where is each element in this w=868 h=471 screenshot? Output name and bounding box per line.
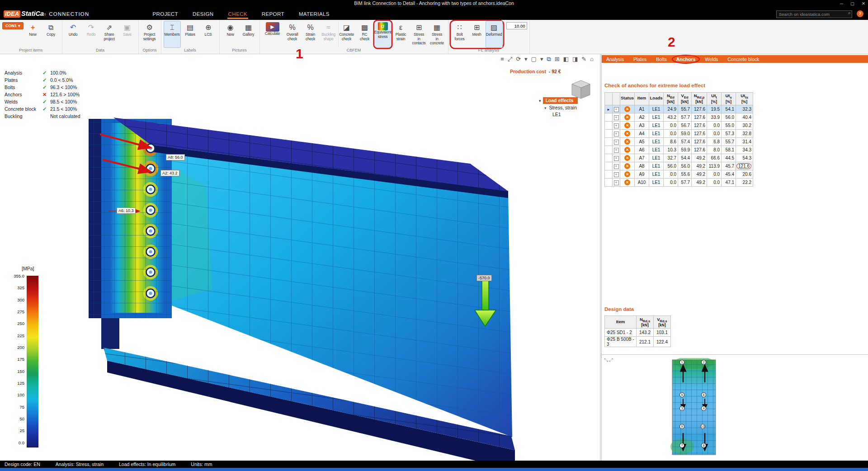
expand-row-button[interactable]: + [614,156,619,161]
home-view-icon[interactable]: ⌂ [590,56,594,63]
expand-row-button[interactable]: + [614,123,619,128]
anchor-row[interactable]: + ✕ A5 LE1 8.6 57.4 127.6 6.8 55.7 31.4 [605,138,753,146]
annotate-icon[interactable]: ✎ [581,56,586,63]
stress-in-concrete-button[interactable]: ▦ Stress in concrete [429,21,446,48]
chevron-down-icon[interactable]: ▾ [524,56,528,63]
strain-check-button[interactable]: % Strain check [302,21,319,48]
expand-row-button[interactable]: + [614,172,619,177]
copy-picture-icon[interactable]: ⧉ [547,56,551,63]
anchor-row[interactable]: + ✕ A4 LE1 0.0 59.0 127.6 0.0 57.3 32.8 [605,130,753,138]
buckling-shape-button[interactable]: ≈ Buckling shape [320,21,337,48]
window-titlebar: BIM link Connection to Detail - Anchorin… [0,0,868,7]
anchor-row[interactable]: + ✕ A6 LE1 10.3 59.9 127.6 8.0 58.1 34.3 [605,146,753,154]
registered-mark: ® [44,13,46,16]
orbit-view-icon[interactable]: ⟳ [516,56,521,63]
plates-labels-toggle[interactable]: ▤ Plates [182,21,199,48]
share-project-button[interactable]: ⇗ Share project [101,21,118,48]
multi-view-icon[interactable]: ⊞ [555,56,560,63]
ribbon-group-project-items: CON1 ▾ + New ⧉ Copy Project items [0,20,62,54]
anchor-row[interactable]: + ✕ A7 LE1 32.7 54.4 49.2 66.6 44.5 54.3 [605,154,753,162]
design-row[interactable]: Φ25 B 500B - 3 212.1 122.4 [605,337,671,347]
expand-row-button[interactable]: + [614,148,619,153]
fit-zoom-widget[interactable]: ⤡⤢ [604,357,614,363]
expand-row-button[interactable]: + [614,140,619,145]
ribbon-button-icon: % [307,22,313,33]
anchor-forces-view[interactable] [670,358,719,457]
horizontal-splitter[interactable] [602,354,868,355]
stress-in-contacts-button[interactable]: ⊞ Stress in contacts [410,21,428,48]
project-settings-button[interactable]: ⚙ Project settings [141,21,158,48]
check-summary: Analysis ✓ 100.0% Plates ✓ 0.0 < 5.0% Bo… [5,69,80,120]
tree-item-le1[interactable]: LE1 [552,112,578,117]
tab-bolts[interactable]: Bolts [655,57,667,62]
anchor-row[interactable]: + ✕ A8 LE1 56.0 56.0 49.2 113.9 45.7 121… [605,162,753,170]
tab-anchors[interactable]: Anchors [675,57,697,62]
equivalent-stress-button[interactable]: σ Equivalent stress [374,21,392,48]
summary-row: Concrete block ✓ 21.5 < 100% [5,105,80,113]
anchor-row[interactable]: + ✕ A2 LE1 43.2 57.7 127.6 33.9 56.0 40.… [605,113,753,122]
shaded-view-icon[interactable]: ◧ [563,56,569,63]
tab-concrete-block[interactable]: Concrete block [726,57,760,62]
deformed-scale-input[interactable] [506,22,527,29]
idea-logo: IDEA [4,10,20,18]
expand-row-button[interactable]: + [614,132,619,137]
plastic-strain-button[interactable]: ε Plastic strain [392,21,410,48]
maximize-button[interactable]: ▢ [850,1,854,6]
anchor-row[interactable]: ▸ + ✕ A1 LE1 24.9 55.7 127.6 19.5 54.1 3… [605,105,753,113]
overall-check-button[interactable]: % Overall check [284,21,301,48]
fem-3d-scene[interactable] [0,54,600,461]
menu-project[interactable]: PROJECT [152,9,179,19]
menu-design[interactable]: DESIGN [192,9,215,19]
menu-report[interactable]: REPORT [261,9,285,19]
anchor-row[interactable]: + ✕ A3 LE1 0.0 56.7 127.6 0.0 55.0 30.2 [605,122,753,130]
wireframe-view-icon[interactable]: ◨ [572,56,578,63]
tab-plates[interactable]: Plates [632,57,647,62]
search-input[interactable] [776,10,852,18]
menu-materials[interactable]: MATERIALS [298,9,330,19]
tree-item-load-effects[interactable]: Load effects [543,97,578,104]
tree-item-stress-strain[interactable]: ▾ Stress, strain [544,105,578,110]
lcs-labels-toggle[interactable]: ⊕ LCS [200,21,217,48]
viewport-menu-icon[interactable]: ≡ [500,56,504,63]
selection-mode-icon[interactable]: ▢ [531,56,537,63]
new-picture-button[interactable]: ◉ New [222,21,239,48]
bolt-forces-button[interactable]: ∷ Bolt forces [451,21,468,48]
tab-welds[interactable]: Welds [704,57,719,62]
chevron-down-icon[interactable]: ▾ [539,99,541,103]
mesh-toggle[interactable]: ⊞ Mesh [468,21,486,48]
view-cube[interactable] [572,80,590,99]
rc-check-button[interactable]: ▩ RC check [356,21,373,48]
color-scale-unit: [MPa] [22,266,38,271]
expand-row-button[interactable]: + [614,107,619,112]
anchor-row[interactable]: + ✕ A9 LE1 0.0 55.6 49.2 0.0 45.4 20.6 [605,170,753,179]
ribbon-button-icon: ⇗ [106,22,112,33]
copy-item-button[interactable]: ⧉ Copy [42,21,60,48]
tab-analysis[interactable]: Analysis [605,57,625,62]
account-icon[interactable]: ? [857,10,863,17]
undo-button[interactable]: ↶ Undo [65,21,82,48]
calculate-button[interactable]: ▶ Calculate [262,21,283,48]
minimize-button[interactable]: ─ [840,1,843,6]
gallery-button[interactable]: ▦ Gallery [240,21,257,48]
redo-button[interactable]: ↷ Redo [83,21,100,48]
menu-check[interactable]: CHECK [227,9,248,19]
new-item-button[interactable]: + New [24,21,42,48]
members-labels-toggle[interactable]: ⌶ Members [164,21,181,48]
model-viewport[interactable]: Analysis ✓ 100.0% Plates ✓ 0.0 < 5.0% Bo… [0,54,600,461]
chevron-down-icon[interactable]: ▾ [540,56,543,63]
fit-view-icon[interactable]: ⤢ [508,56,512,63]
status-error-icon: ✕ [624,114,630,120]
ribbon-button-icon: % [289,22,295,33]
save-button[interactable]: ▣ Save [119,21,136,48]
expand-row-button[interactable]: + [614,180,619,185]
design-row[interactable]: Φ25 SD1 - 2 143.2 103.1 [605,329,671,337]
expand-row-button[interactable]: + [614,115,619,120]
expand-row-button[interactable]: + [614,164,619,169]
ribbon-button-icon: ▨ [491,22,497,33]
concrete-check-button[interactable]: ◪ Concrete check [338,21,355,48]
connection-selector[interactable]: CON1 ▾ [2,22,24,29]
deformed-toggle[interactable]: ▨ Deformed [486,21,503,48]
anchor-row[interactable]: + ✕ A10 LE1 0.0 57.7 49.2 0.0 47.1 22.2 [605,179,753,187]
ribbon-button-icon: ▩ [361,22,368,33]
close-button[interactable]: ✕ [862,1,865,6]
